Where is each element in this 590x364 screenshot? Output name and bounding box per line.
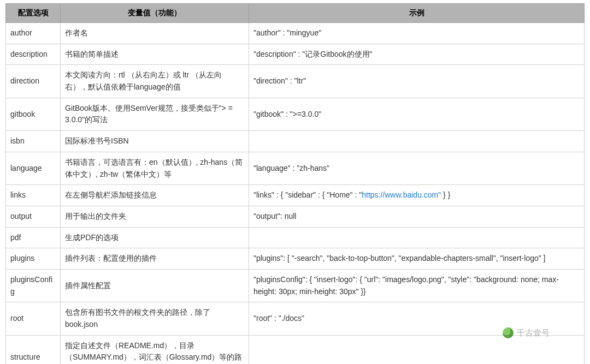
cell-option: gitbook [6,98,61,130]
cell-value: 在左侧导航栏添加链接信息 [61,185,249,206]
cell-example: "direction" : "ltr" [249,65,585,98]
example-text: "pluginsConfig": { "insert-logo": { "url… [253,275,559,296]
cell-example: "links" : { "sidebar" : { "Home" : "http… [249,185,585,206]
table-row: author作者名"author" : "mingyue" [6,23,585,44]
cell-option: output [6,206,61,227]
example-text: "gitbook" : ">=3.0.0" [253,110,321,118]
cell-value: 用于输出的文件夹 [61,206,249,227]
table-row: structure指定自述文件（README.md），目录（SUMMARY.md… [6,335,585,364]
cell-value: 书籍语言，可选语言有：en（默认值）, zh-hans（简体中文）, zh-tw… [61,152,249,184]
cell-example: "root" : "./docs" [249,302,585,335]
cell-example [249,227,585,248]
cell-example: "output": null [249,206,585,227]
col-header-value: 变量值（功能） [61,4,249,23]
cell-example: "plugins": [ "-search", "back-to-top-but… [249,248,585,270]
table-row: output用于输出的文件夹"output": null [6,206,585,227]
config-options-table: 配置选项 变量值（功能） 示例 author作者名"author" : "min… [5,3,585,364]
cell-option: description [6,44,61,65]
cell-option: isbn [6,131,61,152]
cell-example: "author" : "mingyue" [249,23,585,44]
example-link[interactable]: https://www.baidu.com" [362,190,441,199]
table-row: pdf生成PDF的选项 [6,227,585,248]
example-text: "plugins": [ "-search", "back-to-top-but… [253,254,546,262]
cell-example: "pluginsConfig": { "insert-logo": { "url… [249,269,585,302]
cell-value: 作者名 [61,23,249,44]
cell-option: links [6,185,61,206]
cell-option: language [6,152,61,184]
cell-value: 包含所有图书文件的根文件夹的路径，除了 book.json [61,302,249,335]
example-text: "description" : "记录Gitbook的使用" [253,50,373,58]
cell-example [249,131,585,152]
example-text: "root" : "./docs" [253,314,304,323]
example-text: "direction" : "ltr" [253,76,306,85]
example-text: "language" : "zh-hans" [253,164,329,172]
example-text: "author" : "mingyue" [253,28,321,37]
cell-example: "description" : "记录Gitbook的使用" [249,44,585,65]
cell-value: 国际标准书号ISBN [61,131,249,152]
table-row: pluginsConfig插件属性配置"pluginsConfig": { "i… [6,269,585,302]
example-text: "output": null [253,212,296,220]
table-row: description书籍的简单描述"description" : "记录Git… [6,44,585,65]
table-row: root包含所有图书文件的根文件夹的路径，除了 book.json"root" … [6,302,585,335]
table-row: direction本文阅读方向：rtl （从右向左）或 ltr （从左向右），默… [6,65,585,98]
cell-value: GitBook版本。使用SemVer规范，接受类似于"> = 3.0.0"的写法 [61,98,249,130]
cell-option: root [6,302,61,335]
cell-option: author [6,23,61,44]
example-text: "links" : { "sidebar" : { "Home" : " [253,190,362,199]
cell-value: 本文阅读方向：rtl （从右向左）或 ltr （从左向右），默认值依赖于lang… [61,65,249,98]
cell-example: "language" : "zh-hans" [249,152,585,184]
cell-option: plugins [6,248,61,270]
table-row: isbn国际标准书号ISBN [6,131,585,152]
cell-option: pdf [6,227,61,248]
cell-value: 书籍的简单描述 [61,44,249,65]
cell-example [249,335,585,364]
table-row: language书籍语言，可选语言有：en（默认值）, zh-hans（简体中文… [6,152,585,184]
cell-option: structure [6,335,61,364]
cell-example: "gitbook" : ">=3.0.0" [249,98,585,130]
cell-value: 指定自述文件（README.md），目录（SUMMARY.md），词汇表（Glo… [61,335,249,364]
table-row: plugins插件列表：配置使用的插件"plugins": [ "-search… [6,248,585,270]
table-row: links在左侧导航栏添加链接信息"links" : { "sidebar" :… [6,185,585,206]
cell-value: 生成PDF的选项 [61,227,249,248]
cell-option: pluginsConfig [6,269,61,302]
cell-option: direction [6,65,61,98]
example-text: } } [441,190,450,199]
col-header-example: 示例 [249,4,585,23]
table-row: gitbookGitBook版本。使用SemVer规范，接受类似于"> = 3.… [6,98,585,130]
col-header-option: 配置选项 [6,4,61,23]
table-header-row: 配置选项 变量值（功能） 示例 [6,4,585,23]
cell-value: 插件列表：配置使用的插件 [61,248,249,270]
cell-value: 插件属性配置 [61,269,249,302]
